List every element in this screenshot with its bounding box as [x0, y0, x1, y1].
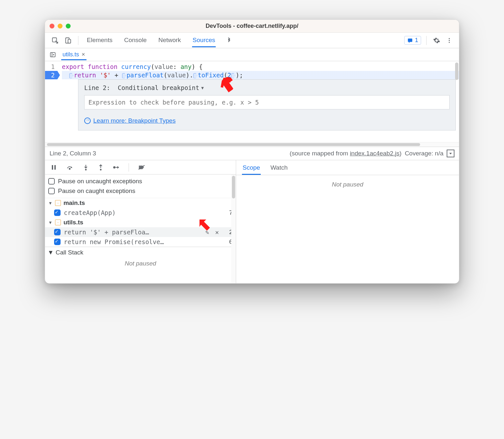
breakpoint-checkbox[interactable]	[54, 239, 61, 245]
step-into-icon[interactable]	[82, 163, 90, 172]
code-line-1: export function currency(value: any) {	[62, 62, 459, 71]
call-stack-status: Not paused	[45, 258, 236, 269]
left-pane-scrollbar[interactable]	[231, 174, 236, 283]
statusbar-dropdown-icon[interactable]	[447, 150, 454, 157]
chevron-down-icon: ▼	[48, 220, 52, 225]
tab-sources[interactable]: Sources	[192, 33, 216, 47]
debugger-left-pane: Pause on uncaught exceptions Pause on ca…	[45, 160, 236, 283]
window-title: DevTools - coffee-cart.netlify.app/	[45, 23, 459, 29]
tab-console[interactable]: Console	[123, 33, 147, 47]
editor-wrap: 1 2 export function currency(value: any)…	[45, 61, 459, 142]
column-breakpoint-icon[interactable]	[122, 73, 126, 78]
pause-uncaught-checkbox[interactable]: Pause on uncaught exceptions	[48, 176, 233, 186]
navigator-toggle-icon[interactable]	[48, 50, 57, 59]
svg-point-5	[449, 40, 450, 41]
scope-status: Not paused	[330, 179, 365, 190]
tab-network[interactable]: Network	[158, 33, 182, 47]
step-over-icon[interactable]	[65, 163, 75, 172]
annotation-arrow-2	[197, 217, 212, 232]
breakpoint-item[interactable]: createApp(App) 7	[45, 208, 236, 218]
breakpoints-tree: ▼ ◦ main.ts createApp(App) 7 ▼ ◦ utils.t…	[45, 198, 236, 269]
more-tabs-icon[interactable]	[225, 36, 233, 45]
column-breakpoint-icon[interactable]	[193, 73, 197, 78]
file-tab-utils[interactable]: utils.ts ×	[61, 49, 86, 60]
editor-horizontal-scrollbar[interactable]	[45, 142, 459, 147]
svg-rect-10	[52, 165, 53, 170]
source-map-link[interactable]: index.1ac4eab2.js	[350, 150, 399, 157]
chevron-down-icon: ▼	[48, 249, 54, 256]
devtools-window: DevTools - coffee-cart.netlify.app/ Elem…	[45, 19, 459, 284]
svg-point-12	[69, 168, 70, 169]
svg-rect-7	[51, 52, 55, 57]
lower-panels: Pause on uncaught exceptions Pause on ca…	[45, 160, 459, 283]
debugger-right-pane: Scope Watch Not paused	[236, 160, 459, 283]
code-editor[interactable]: 1 2 export function currency(value: any)…	[45, 61, 459, 142]
pause-options: Pause on uncaught exceptions Pause on ca…	[45, 174, 236, 198]
status-bar: Line 2, Column 3 (source mapped from ind…	[45, 147, 459, 160]
cursor-position: Line 2, Column 3	[50, 150, 96, 157]
svg-point-14	[100, 169, 102, 170]
arrow-circle-icon	[84, 118, 91, 124]
gutter[interactable]: 1 2	[45, 61, 57, 142]
kebab-menu-icon[interactable]	[445, 36, 454, 45]
file-icon: ◦	[55, 220, 61, 225]
close-tab-icon[interactable]: ×	[82, 51, 85, 58]
coverage-status: Coverage: n/a	[405, 150, 443, 157]
step-out-icon[interactable]	[97, 163, 105, 172]
file-icon: ◦	[55, 200, 61, 206]
panel-tabs: Elements Console Network Sources	[86, 33, 216, 47]
pause-icon[interactable]	[50, 163, 58, 172]
breakpoint-group[interactable]: ▼ ◦ main.ts	[45, 198, 236, 208]
debugger-toolbar	[45, 160, 236, 174]
issues-count: 1	[415, 37, 418, 44]
deactivate-breakpoints-icon[interactable]	[137, 163, 146, 172]
svg-point-4	[449, 38, 450, 39]
breakpoint-checkbox[interactable]	[54, 229, 61, 235]
pause-caught-checkbox[interactable]: Pause on caught exceptions	[48, 186, 233, 196]
settings-icon[interactable]	[432, 36, 441, 45]
breakpoint-edit-dialog: Line 2: Conditional breakpoint ▼ Learn m…	[78, 79, 456, 130]
column-breakpoint-icon[interactable]	[69, 73, 73, 78]
source-map-info: (source mapped from index.1ac4eab2.js)	[290, 150, 401, 157]
code-area[interactable]: export function currency(value: any) { r…	[57, 61, 459, 142]
chevron-down-icon: ▼	[201, 85, 204, 90]
main-toolbar: Elements Console Network Sources 1	[45, 33, 459, 48]
svg-marker-9	[223, 79, 235, 92]
bp-line-label: Line 2:	[84, 84, 110, 91]
learn-more-link[interactable]: Learn more: Breakpoint Types	[84, 117, 450, 124]
file-tabs: utils.ts ×	[45, 48, 459, 61]
call-stack-header[interactable]: ▼ Call Stack	[45, 247, 236, 258]
device-toggle-icon[interactable]	[63, 36, 73, 45]
titlebar: DevTools - coffee-cart.netlify.app/	[45, 20, 459, 33]
svg-point-6	[449, 42, 450, 43]
issues-badge[interactable]: 1	[404, 36, 421, 45]
right-tabs: Scope Watch	[236, 160, 459, 175]
line-number-2-breakpoint[interactable]: 2	[45, 71, 57, 79]
column-breakpoint-icon[interactable]	[231, 73, 235, 78]
condition-input[interactable]	[84, 95, 450, 109]
breakpoint-checkbox[interactable]	[54, 209, 61, 216]
tab-watch[interactable]: Watch	[270, 163, 288, 175]
svg-rect-11	[54, 165, 56, 170]
svg-point-15	[114, 166, 115, 168]
svg-rect-3	[408, 39, 412, 42]
breakpoint-item[interactable]: return new Promise(resolve… 6	[45, 237, 236, 247]
inspect-icon[interactable]	[50, 36, 60, 45]
tab-scope[interactable]: Scope	[242, 163, 261, 175]
code-line-2: return '$' + parseFloat(value).toFixed(2…	[62, 71, 459, 79]
file-tab-label: utils.ts	[63, 51, 79, 58]
breakpoint-type-select[interactable]: Conditional breakpoint ▼	[118, 84, 204, 91]
line-number-1[interactable]: 1	[45, 62, 57, 71]
annotation-arrow-1	[220, 76, 237, 93]
delete-breakpoint-icon[interactable]: ✕	[214, 229, 220, 236]
step-icon[interactable]	[112, 163, 121, 171]
svg-marker-17	[200, 220, 210, 231]
tab-elements[interactable]: Elements	[86, 33, 113, 47]
chevron-down-icon: ▼	[48, 201, 52, 206]
svg-point-13	[85, 169, 87, 170]
svg-rect-2	[68, 39, 71, 43]
